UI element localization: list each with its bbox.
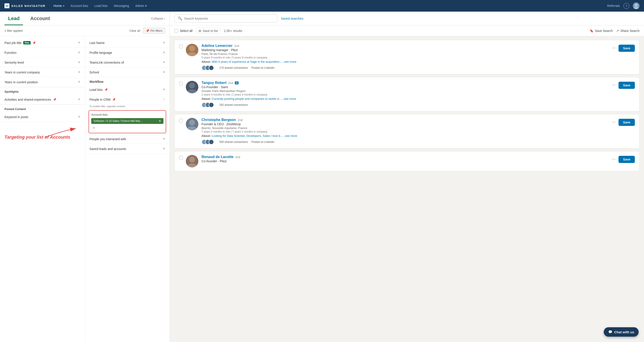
tab-lead[interactable]: Lead bbox=[4, 12, 23, 25]
nav-home[interactable]: Home bbox=[51, 3, 67, 9]
remove-account-tag-button[interactable]: ✕ bbox=[158, 119, 161, 123]
annotation-text: Targeting your list of Accounts bbox=[4, 135, 70, 140]
save-to-list-button[interactable]: ⊞ Save to list bbox=[196, 28, 220, 34]
list-icon: ⊞ bbox=[198, 29, 201, 33]
search-input[interactable] bbox=[184, 17, 274, 20]
result-name[interactable]: Adeline Lemercier bbox=[202, 44, 232, 48]
expand-icon[interactable]: + bbox=[78, 40, 80, 45]
expand-icon[interactable]: + bbox=[78, 70, 80, 75]
more-options-button[interactable]: ··· bbox=[611, 45, 616, 51]
save-search-button[interactable]: 🔖 Save Search bbox=[590, 29, 613, 33]
checkbox[interactable] bbox=[179, 156, 183, 159]
save-lead-button[interactable]: Save bbox=[618, 82, 635, 89]
filter-item-keyword-posts[interactable]: Keyword in posts + bbox=[0, 112, 85, 122]
expand-icon[interactable]: + bbox=[163, 137, 165, 141]
save-lead-button[interactable]: Save bbox=[618, 45, 635, 52]
expand-icon[interactable]: + bbox=[163, 40, 165, 45]
result-tenure: 5 years 9 months in role | 5 years 9 mon… bbox=[202, 56, 608, 59]
more-options-button[interactable]: ··· bbox=[611, 119, 616, 125]
checkbox[interactable] bbox=[179, 45, 183, 48]
avatar[interactable] bbox=[633, 2, 640, 9]
filter-item-years-position[interactable]: Years in current position + bbox=[0, 77, 85, 87]
referrals-link[interactable]: Referrals bbox=[607, 4, 620, 7]
expand-icon[interactable]: + bbox=[78, 50, 80, 55]
result-name[interactable]: Renaud de Lacotte bbox=[202, 155, 234, 159]
filter-item-people-interacted[interactable]: People you interacted with + bbox=[85, 134, 170, 144]
expand-icon[interactable]: + bbox=[78, 60, 80, 65]
filter-item-teamlink[interactable]: TeamLink connections of + bbox=[85, 58, 170, 67]
filter-item-seniority[interactable]: Seniority level + bbox=[0, 58, 85, 67]
filter-item-saved-leads[interactable]: Saved leads and accounts + bbox=[85, 144, 170, 154]
checkbox[interactable] bbox=[179, 82, 183, 85]
filter-item-people-crm[interactable]: People in CRM 📌 + bbox=[85, 95, 170, 105]
nav-lead-lists[interactable]: Lead lists bbox=[92, 3, 110, 9]
filter-col-1: Past job title New 📌 + Function + Senior… bbox=[0, 36, 85, 342]
filter-tabs: Lead Account Collapse ‹ bbox=[0, 12, 170, 25]
pin-icon: 📌 bbox=[32, 41, 36, 44]
checkbox[interactable] bbox=[179, 119, 183, 122]
select-all-checkbox[interactable] bbox=[174, 29, 178, 33]
filter-item-years-company[interactable]: Years in current company + bbox=[0, 67, 85, 77]
tab-account[interactable]: Account bbox=[26, 12, 54, 25]
result-checkbox[interactable] bbox=[179, 81, 183, 85]
more-options-button[interactable]: ··· bbox=[611, 156, 616, 162]
svg-point-9 bbox=[189, 157, 195, 163]
pin-filters-button[interactable]: 📌 Pin filters bbox=[143, 28, 165, 34]
result-name[interactable]: Tanguy Robert bbox=[202, 81, 226, 85]
linkedin-badge: in bbox=[235, 81, 238, 84]
connections-count: 500 shared connections bbox=[219, 140, 248, 144]
account-tag[interactable]: Software / 5-10 Sales / France Mid Mar..… bbox=[91, 118, 164, 124]
filter-item-profile-language[interactable]: Profile language + bbox=[85, 48, 170, 58]
result-title: Founder & CEO · ZestMeUp bbox=[202, 122, 608, 126]
expand-icon[interactable]: + bbox=[163, 70, 165, 75]
filter-item-past-job-title[interactable]: Past job title New 📌 + bbox=[0, 38, 85, 48]
more-options-button[interactable]: ··· bbox=[611, 82, 616, 88]
search-box[interactable]: 🔍 bbox=[174, 14, 277, 22]
chat-icon: 💬 bbox=[608, 330, 612, 334]
result-social-row: 170 shared connections Posted on LinkedI… bbox=[202, 65, 608, 71]
saved-searches-link[interactable]: Saved searches bbox=[281, 17, 303, 20]
result-checkbox[interactable] bbox=[179, 44, 183, 48]
results-list: Adeline Lemercier 2nd Marketing manager … bbox=[170, 36, 644, 342]
expand-icon[interactable]: + bbox=[78, 97, 80, 102]
connections-count: 292 shared connections bbox=[219, 103, 248, 107]
help-icon[interactable]: ? bbox=[624, 3, 629, 9]
result-checkbox[interactable] bbox=[179, 118, 183, 122]
expand-icon[interactable]: + bbox=[78, 115, 80, 119]
filter-item-function[interactable]: Function + bbox=[0, 48, 85, 58]
filter-col-2: Last Name + Profile language + TeamLink … bbox=[85, 36, 170, 342]
result-tenure: 2 years 4 months in role | 2 years 4 mon… bbox=[202, 93, 608, 96]
search-header: 🔍 Saved searches bbox=[170, 12, 644, 25]
add-account-button[interactable]: + bbox=[91, 125, 96, 131]
expand-icon[interactable]: + bbox=[163, 147, 165, 151]
nav-account-lists[interactable]: Account lists bbox=[68, 3, 91, 9]
save-lead-button[interactable]: Save bbox=[618, 119, 635, 126]
share-search-button[interactable]: ↗ Share Search bbox=[616, 29, 640, 33]
nav-messaging[interactable]: Messaging bbox=[111, 3, 132, 9]
filter-item-activities[interactable]: Activities and shared experiences 📌 + bbox=[0, 95, 85, 105]
expand-icon[interactable]: + bbox=[163, 97, 165, 102]
result-title: Co-founder · Plezi bbox=[202, 159, 608, 163]
filter-item-lead-lists[interactable]: Lead lists 📌 + bbox=[85, 85, 170, 95]
admin-chevron-icon: ▾ bbox=[145, 4, 147, 7]
result-name[interactable]: Christophe Bergeon bbox=[202, 118, 236, 122]
collapse-button[interactable]: Collapse ‹ bbox=[151, 17, 165, 20]
nav-admin[interactable]: Admin ▾ bbox=[132, 3, 149, 9]
upgrade-note: To enable filter, upgrade contract bbox=[85, 105, 170, 109]
see-more-link[interactable]: ...see more bbox=[282, 60, 296, 63]
save-lead-button[interactable]: Save bbox=[618, 156, 635, 163]
result-checkbox[interactable] bbox=[179, 155, 183, 159]
logo[interactable]: in SALES NAVIGATOR bbox=[4, 3, 46, 8]
chat-button[interactable]: 💬 Chat with us bbox=[604, 327, 639, 337]
filter-item-last-name[interactable]: Last Name + bbox=[85, 38, 170, 48]
expand-icon[interactable]: + bbox=[163, 50, 165, 55]
see-more-link[interactable]: ...see more bbox=[282, 97, 296, 100]
select-all[interactable]: Select all bbox=[174, 29, 192, 33]
result-social-row: 500 shared connections Posted on LinkedI… bbox=[202, 139, 608, 145]
filter-item-school[interactable]: School + bbox=[85, 67, 170, 77]
expand-icon[interactable]: + bbox=[163, 60, 165, 65]
clear-all-button[interactable]: Clear all bbox=[130, 29, 140, 32]
expand-icon[interactable]: + bbox=[163, 87, 165, 92]
expand-icon[interactable]: + bbox=[78, 80, 80, 84]
see-more-link[interactable]: ...see more bbox=[283, 134, 297, 138]
